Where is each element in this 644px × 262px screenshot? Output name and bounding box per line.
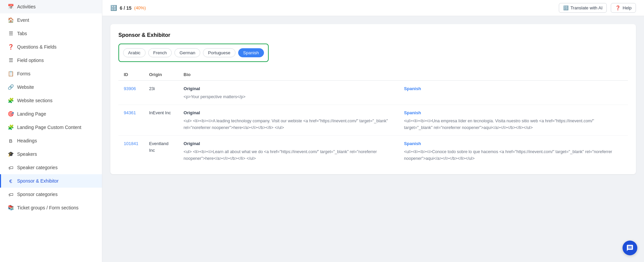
row-bio-101841: Original<ul> <li><b><i>Learn all about w… bbox=[178, 136, 398, 167]
bio-label-101841: Original bbox=[183, 140, 393, 147]
lang-btn-german[interactable]: German bbox=[174, 48, 200, 57]
sidebar-item-tabs[interactable]: ☰Tabs bbox=[0, 27, 102, 40]
sidebar-item-landing-page-custom[interactable]: 🧩Landing Page Custom Content bbox=[0, 121, 102, 134]
sidebar-icon-speaker-categories: 🏷 bbox=[8, 165, 14, 171]
sidebar-label-event: Event bbox=[17, 17, 29, 23]
sidebar-label-ticket-groups: Ticket groups / Form sections bbox=[17, 205, 78, 210]
sidebar-icon-tabs: ☰ bbox=[8, 30, 14, 37]
lang-btn-spanish[interactable]: Spanish bbox=[238, 48, 264, 57]
col-translation bbox=[399, 69, 628, 81]
sidebar-item-speaker-categories[interactable]: 🏷Speaker categories bbox=[0, 161, 102, 174]
chat-icon bbox=[626, 244, 634, 252]
translate-ai-icon: 🔠 bbox=[563, 5, 569, 10]
col-id: ID bbox=[118, 69, 144, 81]
sidebar-item-forms[interactable]: 📋Forms bbox=[0, 67, 102, 80]
sidebar-label-website-sections: Website sections bbox=[17, 98, 53, 103]
sidebar-label-sponsor-exhibitor: Sponsor & Exhibitor bbox=[17, 178, 59, 184]
table-row: 9390623iOriginal<p>Your perspective matt… bbox=[118, 81, 628, 105]
sidebar-label-forms: Forms bbox=[17, 71, 31, 76]
translate-icon: 🔠 bbox=[110, 5, 117, 11]
progress-current: 6 bbox=[120, 5, 122, 11]
trans-label-93906: Spanish bbox=[404, 85, 623, 92]
row-id-93906[interactable]: 93906 bbox=[124, 86, 136, 91]
sidebar-icon-forms: 📋 bbox=[8, 71, 14, 77]
sidebar-icon-sponsor-categories: 🏷 bbox=[8, 191, 14, 197]
content-area: Sponsor & Exhibitor ArabicFrenchGermanPo… bbox=[102, 16, 644, 262]
topbar-left: 🔠 6 / 15 (40%) bbox=[110, 5, 146, 11]
sidebar-label-headings: Headings bbox=[17, 138, 37, 143]
sidebar-icon-event: 🏠 bbox=[8, 17, 14, 23]
row-bio-94361: Original<ul> <li><b><i>A leading technol… bbox=[178, 105, 398, 136]
progress-percent: (40%) bbox=[134, 5, 146, 10]
translate-ai-button[interactable]: 🔠 Translate with AI bbox=[559, 3, 607, 13]
bio-content-94361: <ul> <li><b><i>A leading technology comp… bbox=[183, 119, 388, 130]
sidebar-icon-sponsor-exhibitor: € bbox=[8, 178, 14, 184]
language-selector: ArabicFrenchGermanPortugueseSpanish bbox=[118, 44, 269, 62]
sidebar-icon-headings: B bbox=[8, 138, 14, 144]
table-row: 101841Eventland IncOriginal<ul> <li><b><… bbox=[118, 136, 628, 167]
row-id-94361[interactable]: 94361 bbox=[124, 110, 136, 115]
sidebar-item-speakers[interactable]: 🎓Speakers bbox=[0, 147, 102, 161]
translate-ai-label: Translate with AI bbox=[571, 5, 603, 10]
sidebar-item-field-options[interactable]: ☰Field options bbox=[0, 54, 102, 67]
row-bio-93906: Original<p>Your perspective matters</p> bbox=[178, 81, 398, 105]
row-origin-93906: 23i bbox=[144, 81, 178, 105]
col-origin: Origin bbox=[144, 69, 178, 81]
sponsor-exhibitor-card: Sponsor & Exhibitor ArabicFrenchGermanPo… bbox=[110, 24, 636, 174]
table-row: 94361InEvent IncOriginal<ul> <li><b><i>A… bbox=[118, 105, 628, 136]
card-title: Sponsor & Exhibitor bbox=[118, 32, 628, 38]
bio-label-94361: Original bbox=[183, 110, 393, 116]
bio-label-93906: Original bbox=[183, 85, 393, 92]
main-content: 🔠 6 / 15 (40%) 🔠 Translate with AI ❓ Hel… bbox=[102, 0, 644, 262]
row-translation-94361: Spanish<ul><li><b><i>Una empresa líder e… bbox=[399, 105, 628, 136]
sidebar-label-field-options: Field options bbox=[17, 58, 44, 63]
sidebar-item-activities[interactable]: 📅Activities bbox=[0, 0, 102, 13]
sidebar-item-questions-fields[interactable]: ❓Questions & Fields bbox=[0, 40, 102, 54]
progress-total: 15 bbox=[126, 5, 131, 11]
sidebar-label-landing-page: Landing Page bbox=[17, 111, 46, 117]
trans-content-94361: <ul><li><b><i>Una empresa líder en tecno… bbox=[404, 119, 594, 130]
col-bio: Bio bbox=[178, 69, 398, 81]
row-id-101841[interactable]: 101841 bbox=[124, 141, 138, 146]
sidebar-item-sponsor-categories[interactable]: 🏷Sponsor categories bbox=[0, 188, 102, 201]
sidebar-label-activities: Activities bbox=[17, 4, 36, 9]
trans-label-94361: Spanish bbox=[404, 110, 623, 116]
sidebar-icon-ticket-groups: 📚 bbox=[8, 205, 14, 211]
help-label: Help bbox=[623, 5, 632, 10]
topbar: 🔠 6 / 15 (40%) 🔠 Translate with AI ❓ Hel… bbox=[102, 0, 644, 16]
sidebar-label-sponsor-categories: Sponsor categories bbox=[17, 192, 58, 197]
row-translation-101841: Spanish<ul><li><b><i>Conoce todo sobre l… bbox=[399, 136, 628, 167]
sidebar-item-website-sections[interactable]: 🧩Website sections bbox=[0, 94, 102, 107]
sidebar-item-headings[interactable]: BHeadings bbox=[0, 134, 102, 147]
bio-content-101841: <ul> <li><b><i>Learn all about what we d… bbox=[183, 149, 377, 161]
sidebar-icon-questions-fields: ❓ bbox=[8, 44, 14, 50]
sidebar-icon-speakers: 🎓 bbox=[8, 151, 14, 157]
sidebar-label-tabs: Tabs bbox=[17, 31, 27, 36]
row-origin-94361: InEvent Inc bbox=[144, 105, 178, 136]
row-origin-101841: Eventland Inc bbox=[144, 136, 178, 167]
sidebar-label-speakers: Speakers bbox=[17, 151, 37, 157]
sidebar-item-ticket-groups[interactable]: 📚Ticket groups / Form sections bbox=[0, 201, 102, 214]
sidebar-label-landing-page-custom: Landing Page Custom Content bbox=[17, 125, 81, 130]
sidebar-item-event[interactable]: 🏠Event bbox=[0, 13, 102, 27]
sidebar-item-sponsor-exhibitor[interactable]: €Sponsor & Exhibitor bbox=[0, 174, 102, 188]
lang-btn-french[interactable]: French bbox=[148, 48, 172, 57]
row-translation-93906: Spanish bbox=[399, 81, 628, 105]
sidebar-icon-field-options: ☰ bbox=[8, 57, 14, 63]
lang-btn-arabic[interactable]: Arabic bbox=[123, 48, 146, 57]
progress-text: 6 / 15 bbox=[120, 5, 131, 11]
sidebar-label-website: Website bbox=[17, 84, 34, 90]
sidebar-icon-website: 🔗 bbox=[8, 84, 14, 90]
chat-button[interactable] bbox=[623, 241, 637, 255]
trans-content-101841: <ul><li><b><i>Conoce todo sobre lo que h… bbox=[404, 149, 612, 161]
help-button[interactable]: ❓ Help bbox=[611, 3, 636, 13]
topbar-right: 🔠 Translate with AI ❓ Help bbox=[559, 3, 636, 13]
sidebar-icon-website-sections: 🧩 bbox=[8, 97, 14, 104]
sidebar-item-website[interactable]: 🔗Website bbox=[0, 80, 102, 94]
bio-content-93906: <p>Your perspective matters</p> bbox=[183, 94, 245, 99]
sidebar-item-landing-page[interactable]: 🎯Landing Page bbox=[0, 107, 102, 121]
sidebar-icon-landing-page-custom: 🧩 bbox=[8, 124, 14, 130]
bio-table: ID Origin Bio 9390623iOriginal<p>Your pe… bbox=[118, 69, 628, 166]
sidebar: 📅Activities🏠Event☰Tabs❓Questions & Field… bbox=[0, 0, 102, 262]
lang-btn-portuguese[interactable]: Portuguese bbox=[203, 48, 235, 57]
